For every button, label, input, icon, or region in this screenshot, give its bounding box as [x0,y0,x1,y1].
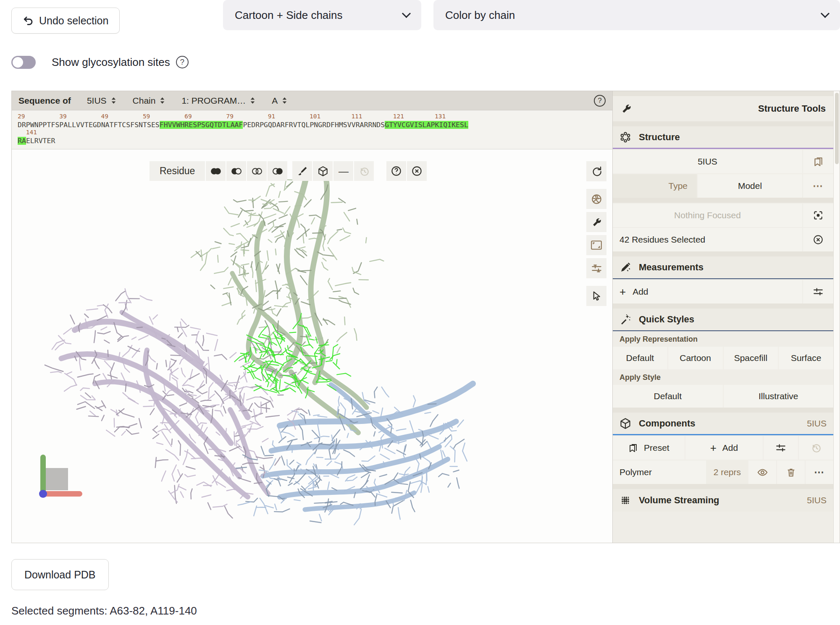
toolbar-help-icon[interactable] [386,161,406,181]
toolbar-close-icon[interactable] [407,161,427,181]
representation-option-cartoon[interactable]: Cartoon [668,347,723,369]
expand-viewport-icon[interactable] [586,235,606,255]
subtract-selection-icon[interactable]: — [333,161,353,181]
focus-target-button[interactable] [803,204,833,227]
color-select[interactable]: Color by chain [433,0,840,30]
selection-mode-cursor-icon[interactable] [586,286,606,306]
granularity-button[interactable]: Residue [150,161,205,181]
undo-selection-button[interactable]: Undo selection [11,8,120,34]
residue-number-marker: 91 [268,113,275,120]
representation-select[interactable]: Cartoon + Side chains [223,0,421,30]
sliders-icon [775,442,786,453]
sequence-line[interactable]: RAELRVTER [18,137,612,145]
viewport-settings-icon[interactable] [586,258,606,278]
download-pdb-button[interactable]: Download PDB [11,559,109,590]
measurements-section-title: Measurements [639,262,704,273]
entity-select[interactable]: 1: PROGRAM… [181,96,256,106]
sequence-segment[interactable]: ELRVTER [26,137,55,145]
sequence-segment[interactable]: PEDRPGQDARFRVTQLPNGRDFHMSVVRARRNDS [243,121,385,129]
representation-option-spacefill[interactable]: Spacefill [724,347,778,369]
components-cube-icon [620,418,631,429]
quick-styles-section-title: Quick Styles [639,314,694,325]
glycosylation-toggle-label: Show glycosylation sites [52,56,170,69]
residue-number-marker: 59 [143,113,150,120]
scrollbar-thumb[interactable] [835,93,839,164]
components-preset-button[interactable]: Preset [613,436,685,460]
measurements-options-button[interactable] [803,280,833,303]
sequence-segment-selected[interactable]: GTYVCGVISLAPKIQIKESL [385,121,468,129]
plus-icon: + [620,285,626,298]
style-option-default[interactable]: Default [613,385,723,408]
select-intersect-icon[interactable] [247,161,267,181]
component-row-polymer[interactable]: Polymer 2 reprs ⋯ [613,460,833,484]
structure-entry-select[interactable]: 5IUS [613,150,802,173]
residue-number-marker: 49 [101,113,108,120]
sequence-help-icon[interactable]: ? [594,95,606,107]
sequence-view[interactable]: 29394959697991101111121131DRPWNPPTFSPALL… [12,110,612,149]
sequence-line[interactable]: DRPWNPPTFSPALLVVTEGDNATFTCSFSNTSESFHVVWH… [18,121,612,129]
measurements-icon [620,262,631,273]
residue-number-marker: 121 [393,113,404,120]
viewer-layout: Sequence of 5IUS Chain 1: PROGRAM… A ? 2… [11,91,840,543]
component-cube-icon[interactable] [313,161,333,181]
panel-scrollbar[interactable] [833,91,840,543]
chain-id-select[interactable]: A [272,96,288,106]
theme-brush-icon[interactable] [292,161,312,181]
clear-selection-button[interactable] [803,228,833,251]
entry-select[interactable]: 5IUS [87,96,117,106]
component-more-button[interactable]: ⋯ [806,460,833,484]
measurements-add-button[interactable]: + Add [613,280,802,303]
structure-more-button[interactable]: ⋯ [803,174,833,198]
volume-streaming-section-header[interactable]: Volume Streaming 5IUS [613,489,833,512]
residue-number-marker: 79 [226,113,234,120]
selection-status: 42 Residues Selected [613,228,802,251]
chain-mode-select[interactable]: Chain [133,96,166,106]
measurements-section-header[interactable]: Measurements [613,256,833,279]
bookmark-icon [813,156,824,167]
tools-panel-title: Structure Tools [758,103,826,114]
controls-wrench-icon[interactable] [586,212,606,232]
toggle-knob [13,57,23,68]
select-set-icon[interactable] [268,161,287,181]
components-history-button[interactable] [799,436,833,460]
sequence-segment-selected[interactable]: FHVVWHRESPSGQTDTLAAF [160,121,243,129]
component-name: Polymer [613,460,706,484]
axes-origin-dot [39,490,47,498]
components-add-button[interactable]: + Add [685,436,763,460]
quick-styles-section-header[interactable]: Quick Styles [613,309,833,331]
glycosylation-toggle[interactable] [11,56,36,69]
structure-bookmark-button[interactable] [803,150,833,173]
components-section-header[interactable]: Components 5IUS [613,413,833,435]
components-options-button[interactable] [764,436,798,460]
reset-camera-icon[interactable] [586,161,606,181]
sort-updown-icon [159,97,165,105]
glycosylation-help-icon[interactable]: ? [176,56,189,68]
screenshot-icon[interactable] [586,189,606,209]
select-subtract-icon[interactable] [226,161,246,181]
residue-number-marker: 111 [351,113,362,120]
sequence-and-viewer: Sequence of 5IUS Chain 1: PROGRAM… A ? 2… [11,91,613,543]
color-select-value: Color by chain [445,9,515,22]
sequence-segment-selected[interactable]: RA [18,137,26,145]
structure-tools-panel: Structure Tools Structure 5IUS Type Mode… [613,91,840,543]
history-icon [811,442,822,453]
molecule-viewport[interactable]: Residue — [12,149,612,543]
plus-icon: + [710,442,717,455]
component-delete-button[interactable] [777,460,805,484]
structure-type-select[interactable]: Model [698,174,802,198]
selection-toolbar: Residue — [150,161,427,181]
focus-placeholder: Nothing Focused [613,204,802,227]
residue-number-marker: 69 [184,113,192,120]
residue-marker-row: 141 [18,129,612,137]
select-union-icon[interactable] [206,161,226,181]
representation-option-surface[interactable]: Surface [779,347,833,369]
sequence-segment[interactable]: DRPWNPPTFSPALLVVTEGDNATFTCSFSNTSES [18,121,160,129]
selection-history-icon[interactable] [354,161,374,181]
volume-streaming-section-title: Volume Streaming [639,495,719,506]
sliders-icon [813,286,824,297]
representation-option-default[interactable]: Default [613,347,667,369]
style-option-illustrative[interactable]: Illustrative [724,385,834,408]
component-visibility-button[interactable] [748,460,776,484]
structure-section-header[interactable]: Structure [613,126,833,149]
apply-representation-label: Apply Representation [613,331,833,347]
